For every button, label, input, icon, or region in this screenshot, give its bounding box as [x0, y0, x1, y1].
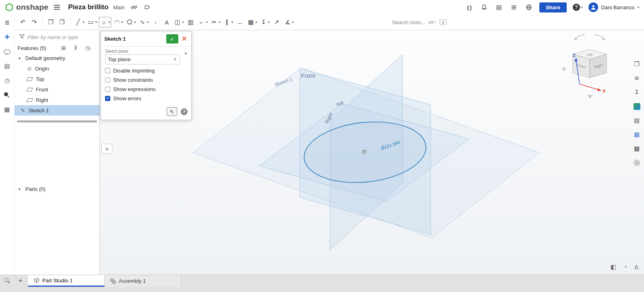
confirm-button[interactable]: ✓ — [166, 34, 178, 43]
tree-item-default-geometry[interactable]: ▾ Default geometry — [14, 53, 99, 63]
checkbox-show-constraints[interactable]: Show constraints — [105, 77, 187, 83]
parts-stack-icon[interactable]: ▩ — [632, 144, 642, 153]
featurescript-icon[interactable]: { } — [465, 3, 474, 12]
clear-selection-icon[interactable]: ✕ — [173, 57, 177, 62]
chevron-down-icon[interactable]: ▾ — [19, 56, 23, 60]
tree-item-front-plane[interactable]: Front — [14, 84, 99, 95]
rotate-right-arrow-icon[interactable] — [594, 35, 604, 39]
paste-sketch-button[interactable]: ❒ — [57, 17, 67, 27]
chevron-down-icon[interactable]: ▾ — [95, 20, 97, 24]
branch-name[interactable]: Main — [113, 4, 124, 10]
dimension-tool-button[interactable]: ↔ — [235, 17, 245, 27]
versions-icon[interactable]: ◷ — [3, 77, 11, 85]
search-tabs-icon[interactable] — [0, 275, 14, 287]
chevron-down-icon[interactable]: ▾ — [108, 20, 110, 24]
offset-tool-button[interactable]: ∥▾ — [222, 17, 234, 27]
cancel-button[interactable]: ✕ — [181, 35, 188, 43]
pause-updates-icon[interactable]: ‖ — [70, 45, 82, 51]
user-menu-button[interactable]: Dani Barranco ▾ — [588, 2, 639, 12]
chevron-down-icon[interactable]: ▾ — [19, 187, 23, 191]
sketch-plane-field[interactable]: Top plane ✕ — [105, 54, 180, 64]
point-tool-button[interactable]: ◦ — [150, 17, 161, 27]
chevron-down-icon[interactable]: ▾ — [182, 20, 184, 24]
tree-item-origin[interactable]: ⊙ Origin — [14, 63, 99, 74]
chevron-down-icon[interactable]: ▾ — [147, 20, 149, 24]
copy-link-icon[interactable] — [130, 3, 138, 12]
copy-button[interactable]: ❐ — [45, 17, 56, 27]
circle-tool-button[interactable]: ○▾ — [99, 17, 111, 27]
stamp-icon[interactable]: ◧ — [611, 263, 616, 271]
parts-section-header[interactable]: ▾ Parts (0) — [14, 184, 99, 194]
tab-part-studio[interactable]: Part Studio 1 — [28, 275, 105, 287]
scale-icon[interactable]: Δ — [634, 263, 638, 271]
chevron-down-icon[interactable]: ▾ — [219, 20, 221, 24]
rotate-left-button[interactable] — [562, 66, 565, 71]
checkbox-show-errors[interactable]: Show errors — [105, 95, 187, 101]
regeneration-time-icon[interactable]: ◷ — [82, 45, 94, 51]
redo-button[interactable]: ↷ — [29, 17, 39, 27]
rollback-bar[interactable] — [17, 120, 97, 122]
checkbox-box[interactable] — [105, 77, 110, 83]
timer-icon[interactable]: ◔ — [623, 263, 627, 271]
annotations-icon[interactable]: ≋ — [632, 73, 642, 83]
chevron-down-icon[interactable]: ▾ — [255, 20, 257, 24]
chevron-down-icon[interactable]: ▾ — [134, 20, 136, 24]
mirror-tool-button[interactable]: ◫▾ — [173, 17, 185, 27]
line-tool-button[interactable]: ╱▾ — [73, 17, 85, 27]
tree-item-sketch1[interactable]: ✎ Sketch 1 — [14, 105, 99, 116]
description-icon[interactable]: ▤ — [3, 62, 11, 70]
checkbox-box[interactable] — [105, 96, 110, 101]
app-store-icon[interactable]: ⊞ — [510, 3, 518, 12]
apps-icon[interactable] — [632, 101, 642, 111]
filter-funnel-icon[interactable] — [19, 34, 25, 40]
checkbox-box[interactable] — [105, 87, 110, 92]
chevron-down-icon[interactable]: ▾ — [268, 20, 270, 24]
chevron-down-icon[interactable]: ▾ — [231, 20, 233, 24]
chevron-down-icon[interactable]: ▾ — [83, 20, 85, 24]
fillet-tool-button[interactable]: ⌐▾ — [197, 17, 209, 27]
angle-tool-button[interactable]: ∡▾ — [283, 17, 295, 27]
selection-filter-icon[interactable]: ◔ — [183, 50, 187, 58]
arc-tool-button[interactable]: ◠▾ — [112, 17, 124, 27]
insert-panel-icon[interactable]: ✚ — [3, 33, 11, 41]
dialog-help-icon[interactable]: ? — [181, 108, 188, 115]
chevron-down-icon[interactable]: ▾ — [122, 20, 124, 24]
polygon-tool-button[interactable]: ▾ — [125, 17, 137, 27]
library-icon[interactable]: ▦ — [632, 130, 642, 139]
undo-button[interactable]: ↶ — [18, 17, 28, 27]
trim-tool-button[interactable]: ✂▾ — [209, 17, 221, 27]
duplicate-icon[interactable]: ❐ — [632, 59, 642, 69]
sketch-properties-button[interactable]: ✎ — [167, 107, 177, 116]
checkbox-box[interactable] — [105, 68, 110, 73]
linear-pattern-button[interactable]: ▥ — [186, 17, 196, 27]
document-list-icon[interactable]: ▤ — [495, 3, 504, 12]
tree-item-right-plane[interactable]: Right — [14, 95, 99, 105]
export-dxf-button[interactable]: ↧▾ — [259, 17, 271, 27]
main-menu-icon[interactable] — [53, 3, 61, 12]
notifications-icon[interactable] — [480, 3, 489, 12]
search-panel-icon[interactable] — [3, 91, 11, 99]
export-icon[interactable]: ↧ — [632, 87, 642, 97]
create-folder-icon[interactable]: ⊞ — [58, 45, 70, 51]
rotate-down-button[interactable] — [587, 95, 593, 98]
filter-input[interactable] — [27, 34, 98, 40]
rotate-left-arrow-icon[interactable] — [576, 35, 585, 39]
text-tool-button[interactable]: A — [161, 17, 172, 27]
document-title[interactable]: Pieza brillito — [68, 3, 108, 11]
print-icon[interactable]: ▤ — [632, 116, 642, 125]
checkbox-show-expressions[interactable]: Show expressions — [105, 86, 187, 92]
chevron-down-icon[interactable]: ▾ — [292, 20, 294, 24]
rectangle-tool-button[interactable]: ▭▾ — [86, 17, 98, 27]
view-cube[interactable]: Top Front Right Z X — [559, 33, 620, 100]
checkbox-disable-imprinting[interactable]: Disable imprinting — [105, 68, 187, 74]
tree-item-top-plane[interactable]: Top — [14, 74, 99, 84]
version-tag-icon[interactable] — [143, 3, 152, 12]
tool-search-input[interactable]: Search tools... alt/~ c — [392, 19, 447, 25]
globe-icon[interactable] — [524, 3, 533, 12]
new-tab-button[interactable]: + — [14, 275, 27, 287]
circular-pattern-button[interactable]: ▦▾ — [246, 17, 258, 27]
spline-tool-button[interactable]: ∿▾ — [138, 17, 150, 27]
project-convert-button[interactable]: ↗ — [271, 17, 282, 27]
tab-assembly[interactable]: Assembly 1 — [105, 275, 181, 287]
onshape-logo[interactable]: onshape — [5, 3, 48, 12]
